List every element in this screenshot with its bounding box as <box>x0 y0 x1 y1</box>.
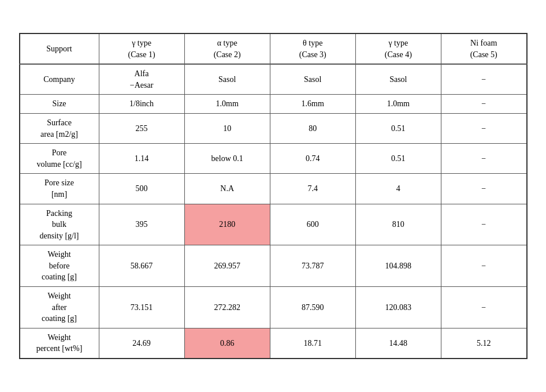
table-row: Packingbulkdensity [g/l] 395 2180 600 81… <box>20 204 527 245</box>
header-theta-case3: θ type(Case 3) <box>270 33 355 64</box>
cell-porevolume-case1: 1.14 <box>99 144 184 174</box>
cell-packingdensity-case1: 395 <box>99 204 184 245</box>
cell-packingdensity-case5: − <box>441 204 526 245</box>
table-row: Weightpercent [wt%] 24.69 0.86 18.71 14.… <box>20 328 527 359</box>
cell-surfacearea-case5: − <box>441 113 526 143</box>
cell-porevolume-case5: − <box>441 144 526 174</box>
cell-weightpercent-case2: 0.86 <box>184 328 270 359</box>
data-table: Support γ type(Case 1) α type(Case 2) θ … <box>19 33 528 359</box>
table-row: Size 1/8inch 1.0mm 1.6mm 1.0mm − <box>20 95 527 114</box>
cell-weightafter-case4: 120.083 <box>355 287 441 328</box>
header-gamma-case1: γ type(Case 1) <box>99 33 184 64</box>
cell-company-case4: Sasol <box>355 64 441 95</box>
cell-surfacearea-case4: 0.51 <box>355 113 441 143</box>
table-row: Surfacearea [m2/g] 255 10 80 0.51 − <box>20 113 527 143</box>
cell-surfacearea-case1: 255 <box>99 113 184 143</box>
cell-size-case3: 1.6mm <box>270 95 355 114</box>
cell-weightbefore-case2: 269.957 <box>184 245 270 287</box>
cell-size-case2: 1.0mm <box>184 95 270 114</box>
cell-packingdensity-case4: 810 <box>355 204 441 245</box>
cell-size-case1: 1/8inch <box>99 95 184 114</box>
cell-poresize-case4: 4 <box>355 174 441 204</box>
cell-size-case5: − <box>441 95 526 114</box>
header-gamma-case4: γ type(Case 4) <box>355 33 441 64</box>
cell-weightpercent-case1: 24.69 <box>99 328 184 359</box>
header-alpha-case2: α type(Case 2) <box>184 33 270 64</box>
cell-weightpercent-case4: 14.48 <box>355 328 441 359</box>
cell-weightafter-case5: − <box>441 287 526 328</box>
cell-weightbefore-case1: 58.667 <box>99 245 184 287</box>
cell-poresize-case5: − <box>441 174 526 204</box>
cell-weightbefore-case3: 73.787 <box>270 245 355 287</box>
label-weight-after-coating: Weightaftercoating [g] <box>20 287 99 328</box>
label-pore-size: Pore size[nm] <box>20 174 99 204</box>
header-support: Support <box>20 33 99 64</box>
label-surface-area: Surfacearea [m2/g] <box>20 113 99 143</box>
label-company: Company <box>20 64 99 95</box>
label-weight-before-coating: Weightbeforecoating [g] <box>20 245 99 287</box>
cell-weightafter-case2: 272.282 <box>184 287 270 328</box>
cell-porevolume-case3: 0.74 <box>270 144 355 174</box>
table-row: Company Alfa−Aesar Sasol Sasol Sasol − <box>20 64 527 95</box>
cell-weightpercent-case5: 5.12 <box>441 328 526 359</box>
cell-size-case4: 1.0mm <box>355 95 441 114</box>
label-packing-bulk-density: Packingbulkdensity [g/l] <box>20 204 99 245</box>
cell-surfacearea-case2: 10 <box>184 113 270 143</box>
cell-weightpercent-case3: 18.71 <box>270 328 355 359</box>
table-row: Porevolume [cc/g] 1.14 below 0.1 0.74 0.… <box>20 144 527 174</box>
header-ni-case5: Ni foam(Case 5) <box>441 33 526 64</box>
cell-porevolume-case4: 0.51 <box>355 144 441 174</box>
table-row: Weightaftercoating [g] 73.151 272.282 87… <box>20 287 527 328</box>
cell-packingdensity-case3: 600 <box>270 204 355 245</box>
cell-poresize-case2: N.A <box>184 174 270 204</box>
cell-packingdensity-case2: 2180 <box>184 204 270 245</box>
cell-company-case2: Sasol <box>184 64 270 95</box>
label-size: Size <box>20 95 99 114</box>
cell-weightafter-case1: 73.151 <box>99 287 184 328</box>
table-row: Weightbeforecoating [g] 58.667 269.957 7… <box>20 245 527 287</box>
table-row: Pore size[nm] 500 N.A 7.4 4 − <box>20 174 527 204</box>
label-pore-volume: Porevolume [cc/g] <box>20 144 99 174</box>
cell-weightafter-case3: 87.590 <box>270 287 355 328</box>
header-row: Support γ type(Case 1) α type(Case 2) θ … <box>20 33 527 64</box>
cell-company-case5: − <box>441 64 526 95</box>
cell-porevolume-case2: below 0.1 <box>184 144 270 174</box>
table-container: Support γ type(Case 1) α type(Case 2) θ … <box>19 33 528 359</box>
cell-poresize-case3: 7.4 <box>270 174 355 204</box>
cell-company-case1: Alfa−Aesar <box>99 64 184 95</box>
cell-surfacearea-case3: 80 <box>270 113 355 143</box>
cell-weightbefore-case5: − <box>441 245 526 287</box>
cell-weightbefore-case4: 104.898 <box>355 245 441 287</box>
cell-poresize-case1: 500 <box>99 174 184 204</box>
label-weight-percent: Weightpercent [wt%] <box>20 328 99 359</box>
cell-company-case3: Sasol <box>270 64 355 95</box>
